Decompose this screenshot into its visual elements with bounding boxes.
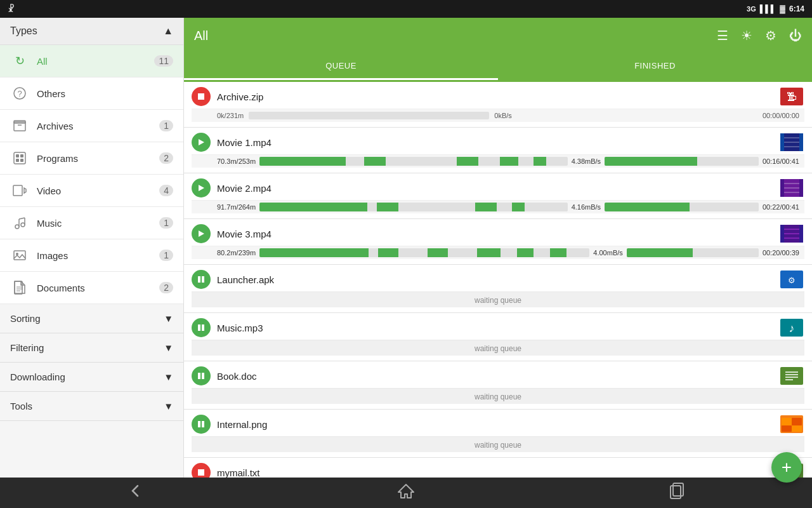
svg-rect-7	[20, 154, 23, 157]
android-icon: ☧	[8, 4, 15, 14]
download-item-movie3: Movie 3.mp4 80.2m/239m	[184, 219, 812, 265]
downloading-section[interactable]: Downloading ▼	[0, 363, 183, 392]
sorting-chevron-icon: ▼	[164, 313, 173, 324]
video-icon	[10, 181, 29, 200]
add-download-fab[interactable]: +	[771, 452, 802, 483]
sidebar-item-images[interactable]: Images 1	[0, 239, 183, 272]
list-view-icon[interactable]: ☰	[717, 28, 728, 43]
svg-rect-24	[198, 93, 204, 100]
filtering-label: Filtering	[10, 342, 44, 353]
thumb-book	[779, 366, 804, 385]
content-header: All ☰ ☀ ⚙ ⏻	[184, 18, 812, 53]
svg-rect-30	[799, 133, 803, 151]
svg-rect-64	[202, 421, 204, 427]
filtering-section[interactable]: Filtering ▼	[0, 333, 183, 363]
others-icon: ?	[10, 84, 29, 103]
recents-button[interactable]	[653, 477, 701, 508]
svg-rect-6	[16, 154, 19, 157]
plus-icon: +	[782, 457, 792, 478]
filename-book: Book.doc	[217, 371, 779, 382]
play-button-movie3[interactable]	[192, 224, 211, 243]
home-button[interactable]	[382, 477, 430, 508]
types-label: Types	[10, 25, 37, 37]
sidebar-item-documents-count: 2	[159, 282, 173, 293]
svg-rect-63	[198, 421, 200, 427]
signal-icon: ▌▌▌	[760, 4, 776, 13]
svg-rect-70	[198, 469, 204, 476]
sidebar-item-video-label: Video	[37, 185, 159, 196]
svg-marker-34	[199, 185, 204, 191]
power-icon[interactable]: ⏻	[789, 29, 802, 43]
filename-movie1: Movie 1.mp4	[217, 137, 779, 148]
tools-section[interactable]: Tools ▼	[0, 392, 183, 421]
sidebar-item-video[interactable]: Video 4	[0, 175, 183, 207]
svg-marker-27	[199, 139, 204, 145]
battery-icon: ▓	[780, 4, 785, 13]
svg-text:⚙: ⚙	[788, 276, 796, 285]
svg-line-14	[19, 218, 25, 219]
sidebar-item-music[interactable]: Music 1	[0, 207, 183, 239]
sidebar-item-all-count: 11	[154, 55, 173, 67]
filename-movie2: Movie 2.mp4	[217, 183, 779, 194]
sidebar-item-video-count: 4	[159, 185, 173, 196]
tab-queue[interactable]: QUEUE	[184, 53, 498, 80]
thumb-internal	[779, 415, 804, 434]
sidebar-item-documents-label: Documents	[37, 283, 159, 293]
sorting-label: Sorting	[10, 313, 41, 324]
svg-rect-48	[198, 276, 200, 283]
pause-button-music[interactable]	[192, 318, 211, 337]
svg-rect-56	[198, 373, 200, 379]
thumb-launcher: ⚙	[779, 270, 804, 289]
tools-chevron-icon: ▼	[164, 401, 173, 411]
svg-rect-44	[799, 225, 803, 243]
pause-button-book[interactable]	[192, 366, 211, 385]
svg-rect-43	[780, 225, 784, 243]
svg-rect-5	[14, 152, 25, 164]
network-indicator: 3G	[747, 5, 756, 13]
sidebar-item-music-label: Music	[37, 218, 159, 229]
pause-button-internal[interactable]	[192, 415, 211, 434]
download-item-archive-zip: Archive.zip 🗜 0k/231m 0kB/s 00:00/00:00	[184, 82, 812, 128]
thumb-music: ♪	[779, 318, 804, 337]
settings-icon[interactable]: ⚙	[765, 28, 776, 43]
filename-launcher: Launcher.apk	[217, 274, 779, 285]
sidebar-item-all[interactable]: ↻ All 11	[0, 45, 183, 77]
sidebar-item-archives[interactable]: Archives 1	[0, 110, 183, 142]
svg-rect-36	[780, 179, 784, 197]
play-button-movie2[interactable]	[192, 178, 211, 197]
pause-button-launcher[interactable]	[192, 270, 211, 289]
filtering-chevron-icon: ▼	[164, 342, 173, 353]
downloading-chevron-icon: ▼	[164, 371, 173, 382]
tab-finished[interactable]: FINISHED	[498, 53, 812, 80]
sidebar-item-others[interactable]: ? Others	[0, 77, 183, 110]
filename-archive-zip: Archive.zip	[217, 91, 779, 102]
sidebar-item-archives-count: 1	[159, 120, 173, 131]
svg-marker-11	[24, 188, 26, 193]
images-icon	[10, 246, 29, 265]
stop-button-archive-zip[interactable]	[192, 87, 211, 106]
globe-icon[interactable]: ☀	[741, 28, 752, 43]
svg-rect-29	[780, 133, 784, 151]
sidebar-item-programs-label: Programs	[37, 153, 159, 164]
play-button-movie1[interactable]	[192, 133, 211, 152]
svg-rect-8	[16, 159, 19, 162]
svg-marker-41	[199, 231, 204, 237]
download-item-music: Music.mp3 ♪ waiting queue	[184, 313, 812, 361]
svg-point-16	[21, 223, 25, 227]
sidebar: Types ▲ ↻ All 11 ? Others Arc	[0, 18, 184, 508]
back-button[interactable]	[111, 477, 159, 508]
svg-text:?: ?	[17, 89, 22, 98]
sidebar-item-programs[interactable]: Programs 2	[0, 142, 183, 175]
status-bar: ☧ 3G ▌▌▌ ▓ 6:14	[0, 0, 812, 18]
sorting-section[interactable]: Sorting ▼	[0, 304, 183, 333]
svg-rect-49	[202, 276, 204, 283]
types-header[interactable]: Types ▲	[0, 18, 183, 45]
thumb-movie1	[779, 133, 804, 152]
downloading-label: Downloading	[10, 371, 65, 382]
archives-icon	[10, 116, 29, 135]
sidebar-item-documents[interactable]: Documents 2	[0, 272, 183, 304]
thumb-movie3	[779, 224, 804, 243]
music-icon	[10, 213, 29, 232]
bottom-navigation	[0, 478, 812, 508]
filename-internal: Internal.png	[217, 419, 779, 430]
